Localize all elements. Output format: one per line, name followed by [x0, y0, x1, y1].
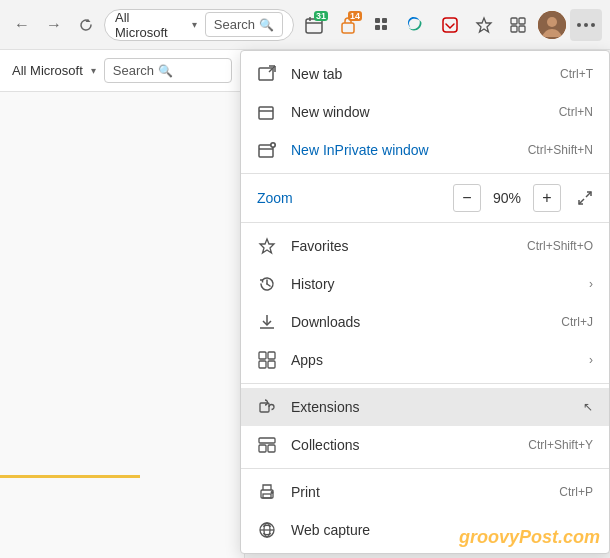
menu-item-new-window[interactable]: New window Ctrl+N [241, 93, 609, 131]
svg-rect-38 [268, 352, 275, 359]
divider-1 [241, 173, 609, 174]
print-label: Print [291, 484, 545, 500]
divider-2 [241, 222, 609, 223]
zoom-expand-icon[interactable] [577, 190, 593, 206]
print-shortcut: Ctrl+P [559, 485, 593, 499]
svg-rect-12 [511, 18, 517, 24]
svg-point-20 [591, 23, 595, 27]
menu-item-apps[interactable]: Apps › [241, 341, 609, 379]
divider-3 [241, 383, 609, 384]
web-capture-icon [257, 520, 277, 540]
svg-rect-40 [268, 361, 275, 368]
all-microsoft-sidebar[interactable]: All Microsoft [12, 63, 83, 78]
menu-item-print[interactable]: Print Ctrl+P [241, 473, 609, 511]
toolbar-icons: 31 14 [298, 9, 602, 41]
downloads-shortcut: Ctrl+J [561, 315, 593, 329]
sidebar-search-label: Search [113, 63, 154, 78]
svg-rect-8 [375, 25, 380, 30]
print-icon [257, 482, 277, 502]
edge-icon-button[interactable] [400, 9, 432, 41]
collections-label: Collections [291, 437, 514, 453]
divider-4 [241, 468, 609, 469]
sidebar-content [0, 92, 244, 558]
menu-item-new-tab[interactable]: New tab Ctrl+T [241, 55, 609, 93]
sidebar-search-box[interactable]: Search 🔍 [104, 58, 232, 83]
sidebar-header: All Microsoft ▾ Search 🔍 [0, 50, 244, 92]
svg-rect-41 [260, 403, 269, 412]
security-button[interactable]: 14 [332, 9, 364, 41]
zoom-decrease-button[interactable]: − [453, 184, 481, 212]
pocket-button[interactable] [434, 9, 466, 41]
svg-line-24 [269, 66, 275, 72]
security-badge: 14 [348, 11, 362, 21]
collections-toolbar-button[interactable] [502, 9, 534, 41]
sidebar-search-icon: 🔍 [158, 64, 173, 78]
new-window-label: New window [291, 104, 545, 120]
collections-icon [257, 435, 277, 455]
dropdown-menu: New tab Ctrl+T New window Ctrl+N New InP… [240, 50, 610, 554]
svg-rect-25 [259, 107, 273, 119]
all-microsoft-label[interactable]: All Microsoft [115, 10, 184, 40]
zoom-value: 90% [489, 190, 525, 206]
collections-shortcut: Ctrl+Shift+Y [528, 438, 593, 452]
extensions-label: Extensions [291, 399, 569, 415]
svg-rect-7 [382, 18, 387, 23]
refresh-button[interactable] [72, 11, 100, 39]
svg-point-17 [547, 17, 557, 27]
svg-rect-42 [259, 438, 275, 443]
profile-button[interactable] [536, 9, 568, 41]
back-button[interactable]: ← [8, 11, 36, 39]
menu-item-downloads[interactable]: Downloads Ctrl+J [241, 303, 609, 341]
browser-toolbar: ← → All Microsoft ▾ Search 🔍 31 [0, 0, 610, 50]
downloads-icon [257, 312, 277, 332]
favorites-toolbar-button[interactable] [468, 9, 500, 41]
svg-rect-44 [268, 445, 275, 452]
calendar-button[interactable]: 31 [298, 9, 330, 41]
svg-rect-9 [382, 25, 387, 30]
favorites-label: Favorites [291, 238, 513, 254]
apps-arrow: › [589, 353, 593, 367]
menu-item-history[interactable]: History › [241, 265, 609, 303]
svg-point-18 [577, 23, 581, 27]
apps-icon [257, 350, 277, 370]
yellow-line [0, 475, 140, 478]
address-bar[interactable]: All Microsoft ▾ Search 🔍 [104, 9, 294, 41]
sidebar-chevron: ▾ [91, 65, 96, 76]
zoom-increase-button[interactable]: + [533, 184, 561, 212]
svg-rect-46 [263, 494, 271, 498]
favorites-icon [257, 236, 277, 256]
menu-item-new-inprivate[interactable]: New InPrivate window Ctrl+Shift+N [241, 131, 609, 169]
web-capture-label: Web capture [291, 522, 593, 538]
svg-rect-1 [306, 19, 322, 33]
svg-rect-10 [443, 18, 457, 32]
avatar [538, 11, 566, 39]
menu-item-web-capture[interactable]: Web capture [241, 511, 609, 549]
svg-marker-34 [260, 239, 274, 253]
sidebar: All Microsoft ▾ Search 🔍 [0, 50, 245, 558]
more-button[interactable] [570, 9, 602, 41]
svg-point-47 [271, 492, 273, 494]
zoom-controls: − 90% + [453, 184, 561, 212]
svg-rect-13 [519, 18, 525, 24]
svg-marker-11 [477, 18, 491, 32]
menu-item-collections[interactable]: Collections Ctrl+Shift+Y [241, 426, 609, 464]
new-window-icon [257, 102, 277, 122]
svg-rect-14 [511, 26, 517, 32]
zoom-row: Zoom − 90% + [241, 178, 609, 218]
downloads-label: Downloads [291, 314, 547, 330]
search-box[interactable]: Search 🔍 [205, 12, 283, 37]
new-inprivate-label: New InPrivate window [291, 142, 514, 158]
extensions-grid-button[interactable] [366, 9, 398, 41]
menu-item-extensions[interactable]: Extensions ↖ [241, 388, 609, 426]
extensions-cursor: ↖ [583, 400, 593, 414]
svg-rect-43 [259, 445, 266, 452]
svg-rect-6 [375, 18, 380, 23]
dropdown-chevron: ▾ [192, 19, 197, 30]
history-arrow: › [589, 277, 593, 291]
menu-item-favorites[interactable]: Favorites Ctrl+Shift+O [241, 227, 609, 265]
history-icon [257, 274, 277, 294]
apps-label: Apps [291, 352, 575, 368]
svg-rect-39 [259, 361, 266, 368]
forward-button[interactable]: → [40, 11, 68, 39]
new-tab-icon [257, 64, 277, 84]
